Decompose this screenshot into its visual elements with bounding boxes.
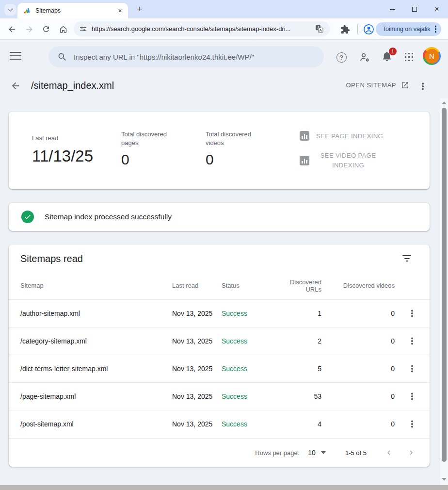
see-video-indexing-link[interactable]: SEE VIDEO PAGE INDEXING <box>300 151 411 170</box>
home-button[interactable] <box>57 23 69 35</box>
account-avatar[interactable]: N <box>423 47 441 65</box>
table-header-row: Sitemap Last read Status Discovered URLs… <box>9 272 430 299</box>
window-controls: × <box>381 0 448 18</box>
notifications-button[interactable]: 1 <box>381 50 395 64</box>
table-row[interactable]: /post-sitemap.xml Nov 13, 2025 Success 4… <box>9 410 430 438</box>
tab-close-icon[interactable]: × <box>116 7 124 15</box>
col-discovered-urls: Discovered URLs <box>273 278 321 293</box>
col-sitemap: Sitemap <box>20 282 172 289</box>
profile-button[interactable] <box>363 23 374 35</box>
cell-urls: 53 <box>273 392 321 400</box>
col-last-read: Last read <box>172 282 222 289</box>
see-page-indexing-link[interactable]: SEE PAGE INDEXING <box>300 131 411 141</box>
toolbar-divider <box>357 24 358 34</box>
cell-last-read: Nov 13, 2025 <box>172 365 222 373</box>
bar-chart-icon <box>300 131 309 141</box>
cell-last-read: Nov 13, 2025 <box>172 420 222 428</box>
cell-videos: 0 <box>321 420 395 428</box>
next-page-button[interactable] <box>405 447 417 458</box>
pagination-range: 1-5 of 5 <box>345 449 367 457</box>
cell-videos: 0 <box>321 392 395 400</box>
table-row[interactable]: /author-sitemap.xml Nov 13, 2025 Success… <box>9 299 430 327</box>
indexing-links: SEE PAGE INDEXING SEE VIDEO PAGE INDEXIN… <box>300 131 411 170</box>
page-scrollbar[interactable] <box>440 98 448 485</box>
see-page-indexing-label: SEE PAGE INDEXING <box>316 132 383 140</box>
menu-button[interactable] <box>10 52 21 60</box>
window-close-button[interactable]: × <box>426 0 448 18</box>
site-info-icon[interactable] <box>80 25 87 33</box>
scrollbar-thumb[interactable] <box>442 108 447 462</box>
help-button[interactable]: ? <box>336 51 347 63</box>
row-menu-button[interactable] <box>406 308 418 319</box>
row-menu-button[interactable] <box>406 391 418 402</box>
open-sitemap-link[interactable]: OPEN SITEMAP <box>346 81 409 89</box>
back-button[interactable] <box>6 23 17 35</box>
minimize-icon <box>390 9 395 10</box>
banner-message: Sitemap index processed successfully <box>45 203 172 231</box>
url-inspect-search[interactable] <box>48 46 324 67</box>
discovered-pages-value: 0 <box>121 151 178 168</box>
page-title: /sitemap_index.xml <box>31 80 114 91</box>
translate-icon[interactable] <box>315 24 324 33</box>
kebab-icon <box>411 312 413 314</box>
chevron-right-icon <box>407 448 416 457</box>
scroll-down-icon[interactable] <box>442 478 447 481</box>
browser-menu-icon[interactable] <box>435 28 437 30</box>
browser-tab-strip: Sitemaps × + × <box>0 0 448 18</box>
url-bar[interactable]: https://search.google.com/search-console… <box>74 21 330 36</box>
kebab-icon <box>411 423 413 425</box>
cell-videos: 0 <box>321 365 395 373</box>
cell-sitemap: /author-sitemap.xml <box>20 310 172 317</box>
table-row[interactable]: /page-sitemap.xml Nov 13, 2025 Success 5… <box>9 382 430 410</box>
page-menu-button[interactable] <box>417 81 429 92</box>
cell-urls: 1 <box>273 310 321 317</box>
tab-title: Sitemaps <box>35 7 116 14</box>
cell-last-read: Nov 13, 2025 <box>172 392 222 400</box>
cell-last-read: Nov 13, 2025 <box>172 310 222 317</box>
browser-tab-sitemaps[interactable]: Sitemaps × <box>17 3 128 18</box>
row-menu-button[interactable] <box>406 363 418 375</box>
arrow-right-icon <box>25 25 34 34</box>
window-minimize-button[interactable] <box>381 0 403 18</box>
col-discovered-videos: Discovered videos <box>321 282 395 289</box>
table-row[interactable]: /category-sitemap.xml Nov 13, 2025 Succe… <box>9 327 430 355</box>
open-sitemap-label: OPEN SITEMAP <box>346 82 396 89</box>
new-tab-button[interactable]: + <box>134 3 145 15</box>
search-icon <box>57 52 67 62</box>
reload-button[interactable] <box>40 23 52 35</box>
tab-search-button[interactable] <box>4 4 16 16</box>
dropdown-caret-icon <box>321 451 326 454</box>
forward-button[interactable] <box>23 23 35 35</box>
sitemaps-table-card: Sitemaps read Sitemap Last read Status D… <box>9 245 430 467</box>
window-maximize-button[interactable] <box>403 0 426 18</box>
cell-sitemap: /dict-terms-letter-sitemap.xml <box>20 365 172 373</box>
discovered-pages-label: Total discovered pages <box>121 130 178 147</box>
previous-page-button[interactable] <box>383 447 395 458</box>
search-input[interactable] <box>74 53 315 61</box>
home-icon <box>59 25 68 34</box>
table-row[interactable]: /dict-terms-letter-sitemap.xml Nov 13, 2… <box>9 355 430 382</box>
filter-button[interactable] <box>402 255 411 261</box>
rows-per-page-value: 10 <box>308 449 316 457</box>
close-icon: × <box>434 5 439 13</box>
row-menu-button[interactable] <box>406 335 418 347</box>
rows-per-page-select[interactable]: 10 <box>308 449 326 457</box>
action-needed-chip[interactable]: Toiming on vajalik <box>376 22 441 36</box>
google-apps-button[interactable] <box>404 52 413 61</box>
kebab-icon <box>411 368 413 370</box>
extensions-button[interactable] <box>339 24 351 35</box>
cell-status: Success <box>222 365 273 373</box>
page-back-button[interactable] <box>10 80 21 92</box>
cell-status: Success <box>222 337 273 345</box>
cell-urls: 2 <box>273 337 321 345</box>
scroll-up-icon[interactable] <box>442 101 447 104</box>
user-settings-button[interactable] <box>359 51 370 63</box>
cell-sitemap: /category-sitemap.xml <box>20 337 172 345</box>
cell-sitemap: /page-sitemap.xml <box>20 392 172 400</box>
page-header: /sitemap_index.xml OPEN SITEMAP <box>0 74 448 98</box>
see-video-indexing-label: SEE VIDEO PAGE INDEXING <box>316 151 380 170</box>
summary-card: Last read 11/13/25 Total discovered page… <box>9 112 430 189</box>
chevron-left-icon <box>384 448 393 457</box>
row-menu-button[interactable] <box>406 418 418 430</box>
last-read-value: 11/13/25 <box>32 147 93 165</box>
